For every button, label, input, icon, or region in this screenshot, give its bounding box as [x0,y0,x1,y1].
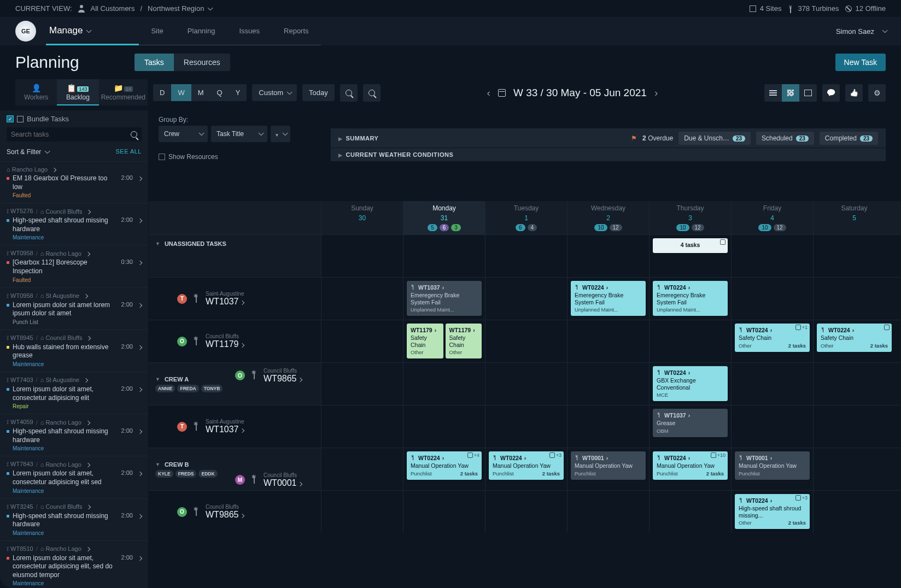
new-task-button[interactable]: New Task [835,54,886,71]
breadcrumb-region[interactable]: Northwest Region [148,4,211,13]
thumb-button[interactable] [845,84,863,102]
task-card[interactable]: WT0001 ›Manual Operation YawPunchlist [735,451,810,480]
turbine-r4[interactable]: TSaint-AugustineWT1037 [155,419,244,434]
backlog-task[interactable]: ⟟ WT7843 / ⌂ Rancho Lago Lorem ipsum dol… [0,456,148,498]
day-column[interactable]: Thursday31012 [649,201,731,234]
task-card[interactable]: WT0224 ›Emeregency Brake System FailUnpl… [653,281,728,316]
chip-due[interactable]: Due & Unsch…23 [678,132,751,145]
task-card[interactable]: +4WT0224 ›Manual Operation YawPunchlist2… [407,451,482,480]
task-card[interactable]: WT1179 ›Safety ChainOther [407,324,443,358]
flag-icon: ⚑ [631,134,637,142]
view-map[interactable] [799,84,817,102]
sidebar-tab-backlog[interactable]: 📋143Backlog [57,79,98,105]
show-resources[interactable]: Show Resources [159,153,290,161]
chip-completed[interactable]: Completed23 [820,132,878,145]
sort-filter[interactable]: Sort & Filter [7,148,48,156]
task-card[interactable]: +10WT0224 ›Manual Operation YawPunchlist… [653,451,728,480]
time-y[interactable]: Y [229,84,247,101]
day-column[interactable]: Wednesday21012 [567,201,649,234]
view-grid[interactable] [782,84,799,102]
nav-manage[interactable]: Manage [46,17,139,45]
time-q[interactable]: Q [210,84,229,101]
crew-badge: ANNIE [155,385,175,392]
nav-planning[interactable]: Planning [175,17,227,45]
nav-site[interactable]: Site [139,17,175,45]
backlog-task[interactable]: ⟟ WT5276 / ⌂ Council Bluffs High-speed s… [0,203,148,245]
backlog-task[interactable]: ⟟ WT4059 / ⌂ Rancho Lago High-speed shaf… [0,414,148,456]
view-list[interactable] [764,84,782,102]
calendar-icon[interactable] [498,89,506,97]
turbine-r5[interactable]: M Council BluffsWT0001 [213,472,302,488]
weather-header[interactable]: ▶CURRENT WEATHER CONDITIONS [331,148,886,161]
task-card[interactable]: 4 tasks [653,238,728,253]
stat-sites[interactable]: 4 Sites [749,4,782,13]
time-d[interactable]: D [153,84,171,101]
stat-turbines[interactable]: 378 Turbines [787,4,839,13]
backlog-task[interactable]: ⟟ WT0958 / ⌂ St Augustine Lorem ipsum do… [0,287,148,330]
group-by-tasktitle[interactable]: Task Title [211,126,267,142]
search-input[interactable] [11,131,131,138]
backlog-task[interactable]: ⟟ WT0958 / ⌂ Rancho Lago [Gearbox 112] B… [0,245,148,287]
tab-resources[interactable]: Resources [174,54,230,71]
task-card[interactable]: WT1037 ›GreaseOBM [653,409,728,437]
task-card[interactable]: WT1037 ›Emeregency Brake System FailUnpl… [407,281,482,316]
sidebar-tab-recommended[interactable]: 📁14Recommended [99,79,148,105]
task-card[interactable]: WT0224 ›Safety ChainOther2 tasks [817,324,892,352]
day-column[interactable]: Friday41012 [731,201,813,234]
group-crewb-label[interactable]: CREW B [165,461,189,468]
time-today[interactable]: Today [302,84,335,101]
time-range-buttons: D W M Q Y [153,84,247,101]
backlog-task[interactable]: ⟟ WT7403 / ⌂ St Augustine Lorem ipsum do… [0,372,148,414]
filter-button[interactable] [271,126,290,142]
time-m[interactable]: M [191,84,210,101]
content-area: Group By: Crew Task Title Show Resources… [149,110,901,588]
tool-row: 👤Workers 📋143Backlog 📁14Recommended D W … [0,79,901,110]
nav-user[interactable]: Simon Saez [821,27,901,36]
ge-logo[interactable]: GE [15,21,36,42]
turbine-r3[interactable]: O Council BluffsWT9865 [213,368,302,384]
chat-button[interactable] [822,84,840,102]
task-card[interactable]: WT0224 ›Emeregency Brake System FailUnpl… [571,281,646,316]
nav-reports[interactable]: Reports [272,17,321,45]
task-card[interactable]: WT0224 ›GBX Exchange ConventionalMCE [653,366,728,401]
day-column[interactable]: Monday31563 [403,201,485,234]
see-all-link[interactable]: SEE ALL [115,148,142,156]
day-column[interactable]: Saturday5 [813,201,895,234]
nav-issues[interactable]: Issues [227,17,272,45]
group-by-crew[interactable]: Crew [159,126,208,142]
sidebar-tab-workers[interactable]: 👤Workers [15,79,57,105]
chip-scheduled[interactable]: Scheduled23 [756,132,814,145]
backlog-task[interactable]: ⟟ WT8510 / ⌂ Rancho Lago Lorem ipsum dol… [0,540,148,588]
backlog-task[interactable]: ⟟ WT3245 / ⌂ Council Bluffs High-speed s… [0,498,148,540]
zoom-in-button[interactable] [363,84,381,102]
page-title: Planning [15,53,125,72]
sidebar-search[interactable] [7,127,142,142]
turbine-r6[interactable]: OCouncil BluffsWT9865 [155,504,244,520]
task-card[interactable]: +1WT0224 ›Safety ChainOther2 tasks [735,324,810,352]
group-crewa-label[interactable]: CREW A [165,376,189,383]
task-card[interactable]: WT0001 ›Manual Operation YawPunchlist [571,451,646,480]
date-prev[interactable]: ‹ [487,87,490,99]
offline-icon [845,5,852,13]
turbine-r1[interactable]: TSaint-AugustineWT1037 [155,291,244,307]
task-card[interactable]: +3WT0224 ›High-speed shaft shroud missin… [735,494,810,529]
backlog-task[interactable]: ⌂ Rancho Lago EM 18 Gearbox Oil Pressure… [0,161,148,203]
task-card[interactable]: +3WT0224 ›Manual Operation YawPunchlist2… [489,451,564,480]
group-unassigned-label[interactable]: UNASSIGNED TASKS [165,240,226,247]
settings-button[interactable] [868,84,886,102]
time-custom[interactable]: Custom [252,84,297,101]
time-w[interactable]: W [171,84,191,101]
row-crewb-wt9865: OCouncil BluffsWT9865 +3WT0224 ›High-spe… [149,490,901,533]
stat-offline[interactable]: 12 Offline [845,4,886,13]
task-card[interactable]: WT1179 ›Safety ChainOther [446,324,482,358]
turbine-r2[interactable]: OCouncil BluffsWT1179 [155,333,244,349]
date-next[interactable]: › [654,87,658,99]
backlog-task[interactable]: ⟟ WT8945 / ⌂ Council Bluffs Hub walls st… [0,330,148,372]
day-column[interactable]: Sunday30 [321,201,403,234]
day-column[interactable]: Tuesday164 [485,201,567,234]
zoom-out-button[interactable] [340,84,358,102]
breadcrumb-customers[interactable]: All Customers [91,4,135,13]
tab-tasks[interactable]: Tasks [134,54,174,71]
bundle-checkbox[interactable]: ✓ [7,115,14,122]
summary-header[interactable]: ▶SUMMARY ⚑ 2 Overdue Due & Unsch…23 Sche… [331,128,886,148]
